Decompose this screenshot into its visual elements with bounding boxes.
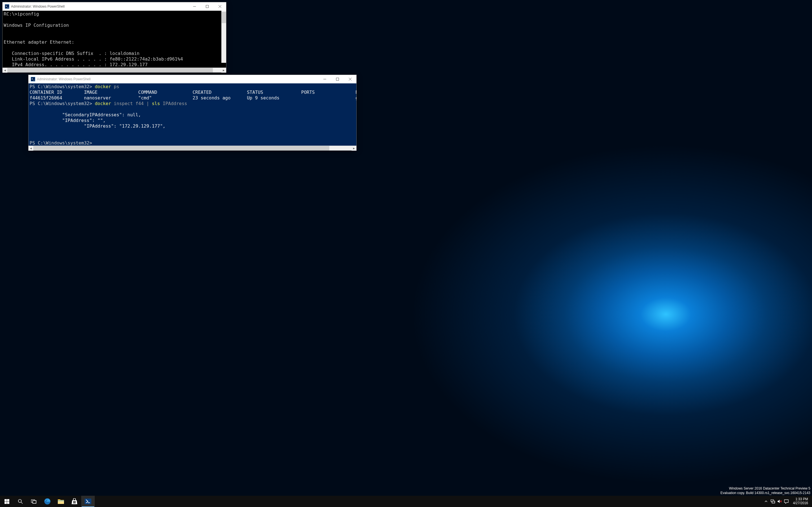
taskbar-clock[interactable]: 1:33 PM 4/27/2016 <box>791 497 810 505</box>
svg-rect-0 <box>206 5 208 8</box>
terminal-body[interactable]: PS C:\Windows\system32> docker ps CONTAI… <box>29 83 356 146</box>
svg-rect-16 <box>75 503 76 504</box>
task-view-button[interactable] <box>27 496 41 507</box>
close-button[interactable] <box>213 2 226 11</box>
svg-point-6 <box>18 499 21 503</box>
search-button[interactable] <box>13 496 27 507</box>
maximize-button[interactable] <box>201 2 213 11</box>
powershell-icon <box>5 4 9 9</box>
taskbar-store-icon[interactable] <box>68 496 81 507</box>
close-button[interactable] <box>344 75 356 83</box>
terminal-body[interactable]: RC:\>ipconfig Windows IP Configuration E… <box>3 11 226 68</box>
tray-volume-muted-icon[interactable] <box>777 499 782 504</box>
clock-time: 1:33 PM <box>793 497 808 501</box>
scroll-right-icon[interactable]: ► <box>221 68 226 73</box>
powershell-icon <box>31 77 35 81</box>
vertical-scrollbar[interactable] <box>221 11 226 63</box>
clock-date: 4/27/2016 <box>793 501 808 505</box>
svg-rect-4 <box>4 502 7 504</box>
svg-rect-1 <box>336 78 339 80</box>
tray-chevron-up-icon[interactable] <box>764 499 768 504</box>
terminal-output: PS C:\Windows\system32> docker ps CONTAI… <box>29 83 356 146</box>
svg-rect-13 <box>73 501 74 502</box>
svg-rect-19 <box>772 501 775 503</box>
svg-rect-14 <box>75 501 76 502</box>
svg-rect-3 <box>7 499 9 501</box>
svg-rect-5 <box>7 502 9 504</box>
titlebar[interactable]: Administrator: Windows PowerShell <box>3 2 226 11</box>
tray-action-center-icon[interactable] <box>784 499 789 504</box>
taskbar-file-explorer-icon[interactable] <box>54 496 68 507</box>
titlebar[interactable]: Administrator: Windows PowerShell <box>29 75 356 83</box>
powershell-window-1[interactable]: Administrator: Windows PowerShell RC:\>i… <box>2 2 226 73</box>
minimize-button[interactable] <box>318 75 331 83</box>
svg-rect-12 <box>58 501 64 501</box>
taskbar[interactable]: 1:33 PM 4/27/2016 <box>0 496 812 507</box>
watermark-line1: Windows Server 2016 Datacenter Technical… <box>720 486 810 491</box>
horizontal-scrollbar[interactable]: ◄ ► <box>3 68 226 72</box>
scroll-left-icon[interactable]: ◄ <box>29 146 33 151</box>
scroll-right-icon[interactable]: ► <box>352 146 356 151</box>
horizontal-scrollbar[interactable]: ◄ ► <box>29 146 356 151</box>
taskbar-spacer <box>95 496 761 507</box>
desktop-watermark: Windows Server 2016 Datacenter Technical… <box>720 486 810 495</box>
system-tray[interactable]: 1:33 PM 4/27/2016 <box>761 496 812 507</box>
taskbar-powershell-icon[interactable] <box>81 496 95 507</box>
minimize-button[interactable] <box>188 2 201 11</box>
window-title: Administrator: Windows PowerShell <box>11 4 188 8</box>
svg-rect-8 <box>33 501 36 503</box>
watermark-line2: Evaluation copy. Build 14300.rs1_release… <box>720 491 810 495</box>
terminal-output: RC:\>ipconfig Windows IP Configuration E… <box>3 11 226 68</box>
svg-rect-15 <box>73 503 74 504</box>
window-title: Administrator: Windows PowerShell <box>37 77 318 81</box>
taskbar-edge-icon[interactable] <box>41 496 54 507</box>
scroll-left-icon[interactable]: ◄ <box>3 68 7 73</box>
tray-network-icon[interactable] <box>770 499 775 504</box>
svg-rect-2 <box>4 499 7 501</box>
start-button[interactable] <box>0 496 13 507</box>
powershell-window-2[interactable]: Administrator: Windows PowerShell PS C:\… <box>28 75 357 151</box>
maximize-button[interactable] <box>331 75 344 83</box>
